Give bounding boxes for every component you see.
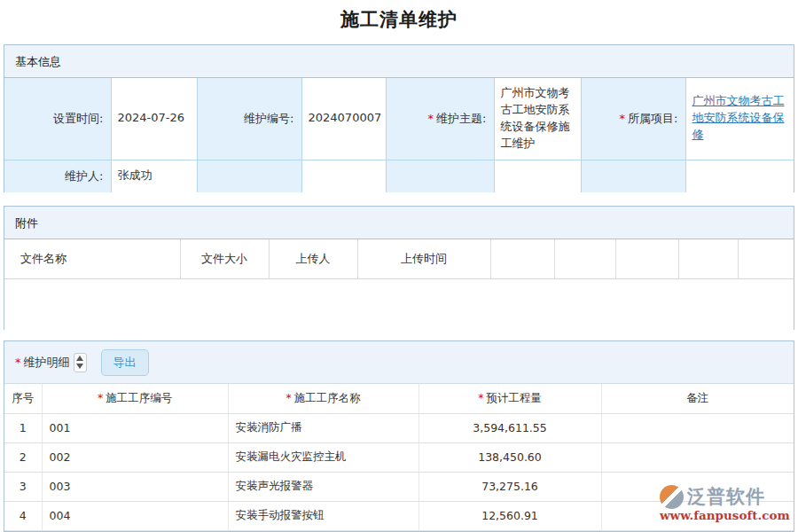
set-time-label-text: 设置时间: — [53, 112, 103, 125]
row-process-code: 002 — [42, 442, 228, 472]
empty-header-cell — [490, 239, 554, 278]
empty-header-cell — [738, 239, 794, 278]
row-quantity: 12,560.91 — [419, 501, 601, 530]
project-link[interactable]: 广州市文物考古工地安防系统设备保修 — [692, 94, 785, 141]
empty-cell — [581, 160, 685, 192]
required-marker: * — [620, 112, 626, 125]
project-label-text: 所属项目: — [628, 112, 677, 125]
required-marker: * — [98, 391, 103, 404]
details-header-process-code: *施工工序编号 — [42, 384, 228, 413]
required-marker: * — [478, 391, 483, 404]
page-title: 施工清单维护 — [0, 7, 798, 32]
details-section-title: 维护明细 — [24, 355, 70, 371]
maintenance-no-label-text: 维护编号: — [244, 112, 293, 125]
empty-header-cell — [615, 239, 678, 278]
sort-spinner-icon[interactable] — [74, 353, 87, 372]
details-section-bar: * 维护明细 导出 — [4, 341, 794, 384]
maintainer-value: 张成功 — [111, 160, 197, 192]
details-header-process-name: *施工工序名称 — [228, 384, 419, 413]
vendor-watermark: 泛普软件 www.fanpusoft.com — [660, 484, 790, 522]
vendor-watermark-row: 泛普软件 — [660, 484, 790, 509]
subject-label: *维护主题: — [386, 78, 494, 160]
attachments-table: 文件名称 文件大小 上传人 上传时间 — [4, 239, 794, 279]
required-marker: * — [428, 112, 434, 125]
subject-value: 广州市文物考古工地安防系统设备保修施工维护 — [494, 78, 581, 160]
basic-info-row-1: 设置时间: 2024-07-26 维护编号: 2024070007 *维护主题:… — [4, 78, 794, 160]
row-quantity: 138,450.60 — [419, 442, 601, 472]
attachments-header-uploadtime: 上传时间 — [357, 239, 490, 278]
row-process-name: 安装漏电火灾监控主机 — [228, 442, 419, 472]
details-header-quantity: *预计工程量 — [419, 384, 601, 413]
attachments-header-filesize: 文件大小 — [180, 239, 269, 278]
basic-info-table: 设置时间: 2024-07-26 维护编号: 2024070007 *维护主题:… — [4, 78, 794, 192]
set-time-label: 设置时间: — [4, 78, 111, 160]
sort-up-icon — [76, 356, 83, 361]
attachments-section: 附件 文件名称 文件大小 上传人 上传时间 — [4, 206, 794, 330]
export-button[interactable]: 导出 — [101, 349, 149, 376]
row-quantity: 3,594,611.55 — [419, 413, 601, 442]
attachments-header-filename: 文件名称 — [4, 239, 180, 278]
details-header-seq: 序号 — [4, 384, 42, 413]
details-header-process-code-text: 施工工序编号 — [106, 391, 172, 404]
set-time-value: 2024-07-26 — [111, 78, 197, 160]
empty-cell — [386, 160, 494, 192]
vendor-brand: 泛普软件 — [687, 484, 765, 509]
empty-header-cell — [678, 239, 738, 278]
attachments-section-title: 附件 — [4, 207, 794, 239]
details-header-remark: 备注 — [601, 384, 794, 413]
empty-cell — [685, 160, 794, 192]
fanpu-logo-icon — [660, 485, 684, 509]
subject-label-text: 维护主题: — [436, 112, 486, 125]
basic-info-section: 基本信息 设置时间: 2024-07-26 维护编号: 2024070007 *… — [4, 44, 794, 192]
row-process-name: 安装消防广播 — [228, 413, 419, 442]
row-remark — [601, 442, 794, 472]
maintenance-no-value: 2024070007 — [301, 78, 386, 160]
empty-cell — [494, 160, 581, 192]
details-header-quantity-text: 预计工程量 — [486, 391, 542, 404]
required-marker: * — [286, 391, 291, 404]
table-row: 2 002 安装漏电火灾监控主机 138,450.60 — [4, 442, 794, 472]
attachments-header-row: 文件名称 文件大小 上传人 上传时间 — [4, 239, 794, 278]
basic-info-section-title: 基本信息 — [4, 45, 794, 78]
table-row: 1 001 安装消防广播 3,594,611.55 — [4, 413, 794, 442]
project-value: 广州市文物考古工地安防系统设备保修 — [685, 78, 794, 160]
maintainer-label: 维护人: — [4, 160, 111, 192]
maintainer-label-text: 维护人: — [65, 169, 103, 183]
page: 施工清单维护 基本信息 设置时间: 2024-07-26 维护编号: 20240… — [0, 0, 798, 532]
row-remark — [601, 413, 794, 442]
empty-header-cell — [554, 239, 615, 278]
project-label: *所属项目: — [581, 78, 685, 160]
basic-info-row-2: 维护人: 张成功 — [4, 160, 794, 192]
empty-cell — [197, 160, 301, 192]
row-seq: 4 — [4, 501, 42, 530]
row-process-code: 001 — [42, 413, 228, 442]
row-seq: 1 — [4, 413, 42, 442]
row-process-code: 004 — [42, 501, 228, 530]
required-marker: * — [15, 356, 21, 369]
details-header-process-name-text: 施工工序名称 — [294, 391, 361, 404]
row-process-name: 安装声光报警器 — [228, 472, 419, 501]
vendor-url: www.fanpusoft.com — [660, 508, 790, 522]
row-quantity: 73,275.16 — [419, 472, 601, 501]
empty-cell — [301, 160, 386, 192]
attachments-header-uploader: 上传人 — [269, 239, 357, 278]
row-seq: 2 — [4, 442, 42, 472]
maintenance-no-label: 维护编号: — [197, 78, 301, 160]
details-header-row: 序号 *施工工序编号 *施工工序名称 *预计工程量 备注 — [4, 384, 794, 413]
row-seq: 3 — [4, 472, 42, 501]
attachments-empty-body — [4, 279, 794, 330]
row-process-name: 安装手动报警按钮 — [228, 501, 419, 530]
row-process-code: 003 — [42, 472, 228, 501]
sort-down-icon — [76, 364, 83, 369]
